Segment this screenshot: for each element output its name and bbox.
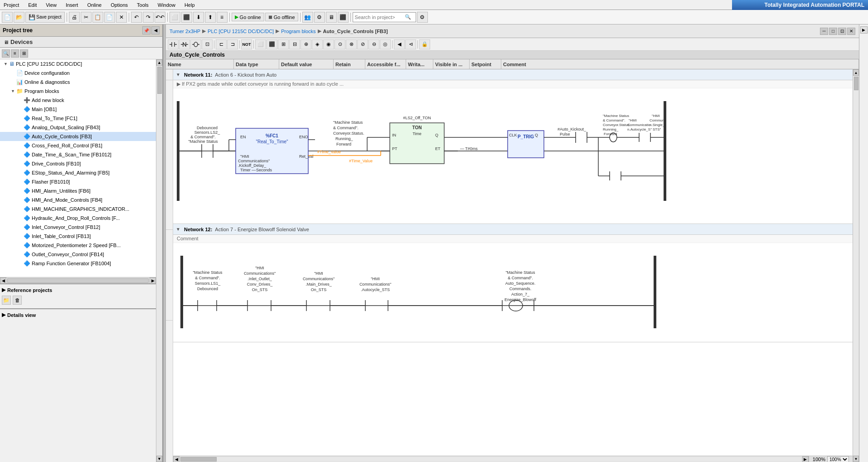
tree-item-hydraulic[interactable]: 🔷 Hydraulic_And_Drop_Roll_Controls [F... <box>0 214 156 223</box>
tree-item-hmi-alarm[interactable]: 🔷 HMI_Alarm_Untilites [FB6] <box>0 186 156 195</box>
ed-open-branch[interactable]: ⊏ <box>216 39 227 49</box>
col-visible[interactable]: Visible in ... <box>433 59 470 69</box>
col-retain[interactable]: Retain <box>334 59 365 69</box>
breadcrumb-project[interactable]: Turner 2x3HP <box>170 29 200 34</box>
compile-button[interactable]: ⬜ <box>170 12 180 23</box>
compare-button[interactable]: ≡ <box>217 12 228 23</box>
ed-btn-10[interactable]: ⊘ <box>357 39 368 49</box>
ref-add-button[interactable]: 📁 <box>2 296 11 305</box>
ed-btn-12[interactable]: ◎ <box>380 39 391 49</box>
ed-contact-open[interactable] <box>168 39 179 49</box>
delete-button[interactable]: ✕ <box>116 12 127 23</box>
menu-edit[interactable]: Edit <box>26 1 39 9</box>
extra-btn[interactable]: ⚙ <box>417 12 428 23</box>
ed-not[interactable]: NOT <box>241 39 252 49</box>
n11-collapse-margin[interactable] <box>166 80 173 230</box>
print-button[interactable]: 🖨 <box>69 12 80 23</box>
users-button[interactable]: 👥 <box>302 12 313 23</box>
go-offline-button[interactable]: ◼ Go offline <box>265 13 298 21</box>
menu-options[interactable]: Options <box>109 1 130 9</box>
undo2-button[interactable]: ↶↶ <box>155 12 165 23</box>
tree-scroll-down[interactable]: ▼ <box>156 456 162 462</box>
editor-restore[interactable]: □ <box>829 28 837 35</box>
tree-search-button[interactable]: 🔍 <box>2 49 10 58</box>
col-comment[interactable]: Comment <box>501 59 859 69</box>
tree-item-cross-feed[interactable]: 🔷 Cross_Feed_Roll_Control [FB1] <box>0 141 156 150</box>
zoom-select[interactable]: 100% <box>827 456 849 462</box>
col-default[interactable]: Default value <box>279 59 334 69</box>
editor-close[interactable]: ✕ <box>847 28 855 35</box>
menu-view[interactable]: View <box>44 1 58 9</box>
ref-projects-header[interactable]: ▶ Reference projects <box>2 286 154 294</box>
menu-project[interactable]: Project <box>2 1 21 9</box>
save-button[interactable]: 💾Save project <box>25 12 65 23</box>
tree-item-online-diagnostics[interactable]: 📊 Online & diagnostics <box>0 78 156 87</box>
search-box[interactable]: 🔍 <box>353 12 416 22</box>
ed-func-box[interactable]: ⊡ <box>202 39 213 49</box>
ed-btn-13[interactable]: ◀ <box>394 39 405 49</box>
tree-item-hmi-mode[interactable]: 🔷 HMI_And_Mode_Controls [FB4] <box>0 195 156 204</box>
ed-btn-9[interactable]: ⊗ <box>346 39 357 49</box>
ed-btn-8[interactable]: ⊙ <box>335 39 345 49</box>
network-11-header[interactable]: ▼ Network 11: Action 6 - Kickout from Au… <box>173 69 853 80</box>
ed-close-branch[interactable]: ⊐ <box>227 39 238 49</box>
menu-window[interactable]: Window <box>156 1 177 9</box>
tree-item-device-config[interactable]: 📄 Device configuration <box>0 68 156 78</box>
tree-item-main[interactable]: 🔷 Main [OB1] <box>0 105 156 114</box>
tree-item-inlet-conveyor[interactable]: 🔷 Inlet_Conveyor_Control [FB12] <box>0 223 156 232</box>
tree-item-estop[interactable]: 🔷 EStop_Status_And_Alarming [FB5] <box>0 168 156 177</box>
breadcrumb-program-blocks[interactable]: Program blocks <box>281 29 315 34</box>
menu-tools[interactable]: Tools <box>135 1 150 9</box>
copy-button[interactable]: 📋 <box>92 12 103 23</box>
ed-btn-3[interactable]: ⊞ <box>278 39 289 49</box>
col-setpoint[interactable]: Setpoint <box>470 59 501 69</box>
ed-contact-closed[interactable] <box>179 39 190 49</box>
tree-item-real-to-time[interactable]: 🔷 Real_To_Time [FC1] <box>0 114 156 123</box>
search-input[interactable] <box>355 15 405 20</box>
settings-button[interactable]: ⚙ <box>314 12 325 23</box>
upload-button[interactable]: ⬆ <box>205 12 216 23</box>
go-online-button[interactable]: ▶ Go online <box>232 13 264 21</box>
tree-item-hmi-machine[interactable]: 🔷 HMI_MACHINE_GRAPHICS_INDICATOR... <box>0 204 156 214</box>
tree-item-motorized-pot[interactable]: 🔷 Motorized_Potentiometer 2 Speed [FB... <box>0 241 156 250</box>
col-datatype[interactable]: Data type <box>234 59 279 69</box>
breadcrumb-plc[interactable]: PLC [CPU 1215C DC/DC/DC] <box>208 29 274 34</box>
ref-remove-button[interactable]: 🗑 <box>13 296 22 305</box>
n12-collapse-margin[interactable] <box>166 230 173 321</box>
tree-scroll-up[interactable]: ▲ <box>156 59 162 66</box>
tree-item-auto-cycle[interactable]: 🔷 Auto_Cycle_Controls [FB3] <box>0 132 156 141</box>
editor-maximize[interactable]: ⊡ <box>838 28 846 35</box>
h-scroll-left[interactable]: ◀ <box>173 456 179 462</box>
new-button[interactable]: 📄 <box>2 12 13 23</box>
ed-btn-6[interactable]: ◈ <box>312 39 323 49</box>
tree-item-flasher[interactable]: 🔷 Flasher [FB1010] <box>0 177 156 186</box>
ed-output-coil[interactable] <box>190 39 201 49</box>
menu-help[interactable]: Help <box>183 1 197 9</box>
open-button[interactable]: 📂 <box>14 12 24 23</box>
devices-tab[interactable]: 🖥 Devices <box>0 37 162 48</box>
download-button[interactable]: ⬇ <box>193 12 204 23</box>
tree-grid-button[interactable]: ⊞ <box>20 49 28 58</box>
breadcrumb-auto-cycle[interactable]: Auto_Cycle_Controls [FB3] <box>323 29 388 34</box>
v-scroll-up[interactable]: ▲ <box>853 69 859 76</box>
ed-btn-7[interactable]: ◉ <box>323 39 334 49</box>
stop-button[interactable]: ⬛ <box>338 12 349 23</box>
tree-item-inlet-table[interactable]: 🔷 Inlet_Table_Control [FB13] <box>0 232 156 241</box>
ed-btn-2[interactable]: ⬛ <box>267 39 277 49</box>
tree-item-outlet-conveyor[interactable]: 🔷 Outlet_Conveyor_Control [FB14] <box>0 250 156 259</box>
tree-item-plc[interactable]: ▼ 🖥 PLC [CPU 1215C DC/DC/DC] <box>0 59 156 68</box>
details-header[interactable]: ▶ Details view <box>2 311 154 319</box>
tree-item-ramp-generator[interactable]: 🔷 Ramp Function Generator [FB1004] <box>0 259 156 268</box>
monitor-button[interactable]: 🖥 <box>326 12 337 23</box>
ed-btn-14[interactable]: ⊲ <box>405 39 416 49</box>
undo-button[interactable]: ↶ <box>131 12 142 23</box>
network-12-header[interactable]: ▼ Network 12: Action 7 - Energize Blowof… <box>173 224 853 235</box>
ed-btn-1[interactable]: ⬜ <box>255 39 266 49</box>
panel-close-button[interactable]: ◀ <box>151 26 160 34</box>
tree-item-drive-controls[interactable]: 🔷 Drive_Controls [FB10] <box>0 159 156 168</box>
col-accessible[interactable]: Accessible f... <box>365 59 406 69</box>
tree-scroll-left[interactable]: ◀ <box>0 277 6 284</box>
panel-pin-button[interactable]: 📌 <box>142 26 150 34</box>
redo-button[interactable]: ↷ <box>143 12 154 23</box>
tree-item-date-time[interactable]: 🔷 Date_Time_&_Scan_Time [FB1012] <box>0 150 156 159</box>
